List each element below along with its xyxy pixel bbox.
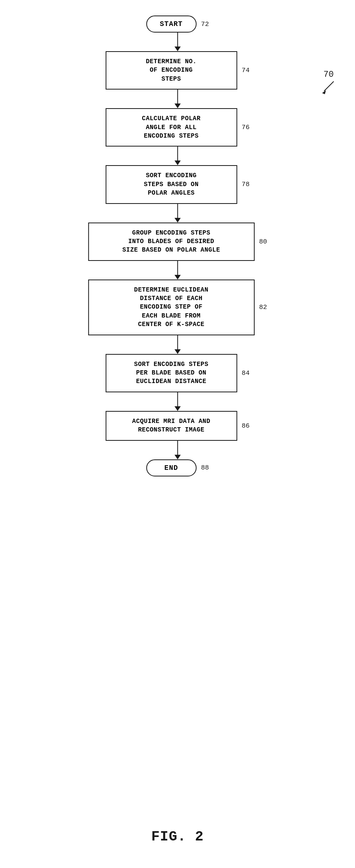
step3-label: SORT ENCODINGSTEPS BASED ONPOLAR ANGLES xyxy=(144,172,199,197)
step5-label: DETERMINE EUCLIDEANDISTANCE OF EACHENCOD… xyxy=(134,286,208,328)
end-row: END 88 xyxy=(146,459,209,476)
arrow-line-8 xyxy=(177,441,178,455)
end-label: END xyxy=(165,464,178,472)
start-row: START 72 xyxy=(146,16,209,33)
step5-process: DETERMINE EUCLIDEANDISTANCE OF EACHENCOD… xyxy=(88,280,254,335)
overall-ref-arrow-icon xyxy=(320,79,336,95)
step1-row: DETERMINE NO.OF ENCODINGSTEPS 74 xyxy=(105,51,249,90)
start-label: START xyxy=(160,20,183,28)
step3-ref: 78 xyxy=(242,181,249,188)
step4-row: GROUP ENCODING STEPSINTO BLADES OF DESIR… xyxy=(88,223,267,261)
arrow-line-5 xyxy=(177,261,178,275)
arrow-head-6 xyxy=(175,349,181,354)
arrow-3 xyxy=(175,147,181,165)
diagram-container: 70 START 72 DETERMINE NO.OF ENCODINGSTEP… xyxy=(0,0,355,868)
arrow-line-3 xyxy=(177,147,178,160)
end-terminal: END xyxy=(146,459,196,476)
arrow-head-1 xyxy=(175,47,181,51)
step4-label: GROUP ENCODING STEPSINTO BLADES OF DESIR… xyxy=(122,230,220,254)
step2-row: CALCULATE POLARANGLE FOR ALLENCODING STE… xyxy=(105,108,249,147)
step4-ref: 80 xyxy=(259,238,267,245)
arrow-line-6 xyxy=(177,335,178,349)
end-ref: 88 xyxy=(201,464,209,471)
step7-ref: 86 xyxy=(242,422,249,430)
figure-label: FIG. 2 xyxy=(151,829,204,845)
arrow-line-1 xyxy=(177,33,178,47)
arrow-line-4 xyxy=(177,204,178,218)
flowchart: START 72 DETERMINE NO.OF ENCODINGSTEPS 7… xyxy=(88,16,267,476)
arrow-7 xyxy=(175,392,181,411)
step7-label: ACQUIRE MRI DATA ANDRECONSTRUCT IMAGE xyxy=(132,418,210,433)
arrow-head-3 xyxy=(175,160,181,165)
step4-process: GROUP ENCODING STEPSINTO BLADES OF DESIR… xyxy=(88,223,254,261)
arrow-line-7 xyxy=(177,392,178,406)
start-terminal: START xyxy=(146,16,196,33)
arrow-8 xyxy=(175,441,181,459)
step7-process: ACQUIRE MRI DATA ANDRECONSTRUCT IMAGE xyxy=(105,411,237,441)
arrow-5 xyxy=(175,261,181,280)
arrow-6 xyxy=(175,335,181,354)
start-ref: 72 xyxy=(201,21,209,28)
arrow-4 xyxy=(175,204,181,223)
arrow-line-2 xyxy=(177,90,178,104)
arrow-head-2 xyxy=(175,104,181,108)
step6-row: SORT ENCODING STEPSPER BLADE BASED ONEUC… xyxy=(105,354,249,392)
step6-process: SORT ENCODING STEPSPER BLADE BASED ONEUC… xyxy=(105,354,237,392)
step6-ref: 84 xyxy=(242,369,249,377)
step2-ref: 76 xyxy=(242,124,249,131)
step6-label: SORT ENCODING STEPSPER BLADE BASED ONEUC… xyxy=(134,361,208,385)
arrow-head-5 xyxy=(175,275,181,280)
step1-label: DETERMINE NO.OF ENCODINGSTEPS xyxy=(146,58,197,83)
step2-label: CALCULATE POLARANGLE FOR ALLENCODING STE… xyxy=(142,115,201,140)
step1-ref: 74 xyxy=(242,67,249,74)
arrow-head-7 xyxy=(175,406,181,411)
step3-process: SORT ENCODINGSTEPS BASED ONPOLAR ANGLES xyxy=(105,165,237,204)
arrow-head-8 xyxy=(175,455,181,459)
step7-row: ACQUIRE MRI DATA ANDRECONSTRUCT IMAGE 86 xyxy=(105,411,249,441)
step5-ref: 82 xyxy=(259,304,267,311)
step3-row: SORT ENCODINGSTEPS BASED ONPOLAR ANGLES … xyxy=(105,165,249,204)
arrow-1 xyxy=(175,33,181,51)
arrow-head-4 xyxy=(175,218,181,223)
step5-row: DETERMINE EUCLIDEANDISTANCE OF EACHENCOD… xyxy=(88,280,267,335)
step1-process: DETERMINE NO.OF ENCODINGSTEPS xyxy=(105,51,237,90)
arrow-2 xyxy=(175,90,181,108)
svg-line-0 xyxy=(324,81,334,91)
overall-ref-label: 70 xyxy=(324,70,334,79)
step2-process: CALCULATE POLARANGLE FOR ALLENCODING STE… xyxy=(105,108,237,147)
